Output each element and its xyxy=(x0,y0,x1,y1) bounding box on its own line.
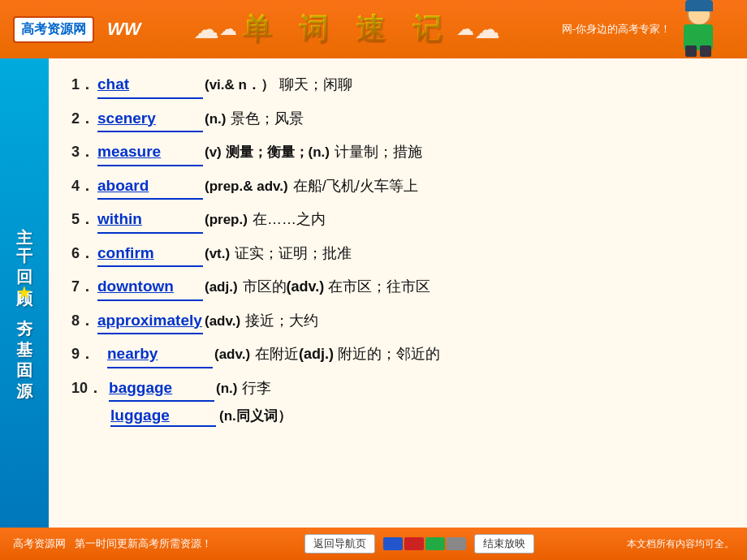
item-num-8: 8． xyxy=(71,310,97,332)
item-space-9 xyxy=(97,343,107,365)
item-pos-5: (prep.) xyxy=(205,209,248,230)
footer-right-text: 本文档所有内容均可全。 xyxy=(627,538,734,549)
item-num-1: 1． xyxy=(71,74,97,96)
item-cn-9: 在附近(adj.) 附近的；邻近的 xyxy=(255,343,440,365)
end-button[interactable]: 结束放映 xyxy=(474,534,534,554)
footer-logo-text: 高考资源网 xyxy=(13,537,66,549)
item-word-6: confirm xyxy=(97,242,203,268)
sub-word-luggage: luggage xyxy=(110,407,216,427)
color-seg-3 xyxy=(425,537,445,550)
logo: 高考资源网 xyxy=(13,16,94,43)
item-num-4: 4． xyxy=(71,175,97,197)
footer-right: 本文档所有内容均可全。 xyxy=(627,537,734,551)
vocab-item-10: 10． baggage (n.) 行李 xyxy=(71,377,728,403)
item-cn-4: 在船/飞机/火车等上 xyxy=(293,175,418,197)
vocab-item-2: 2． scenery (n.) 景色；风景 xyxy=(71,107,728,133)
item-space-10 xyxy=(102,377,109,399)
item-pos-2: (n.) xyxy=(205,109,226,130)
char-legs2 xyxy=(700,45,711,57)
sidebar-char5: 夯 xyxy=(15,307,33,308)
sidebar-star: ★ xyxy=(16,282,32,304)
item-word-5: within xyxy=(97,208,203,234)
color-seg-1 xyxy=(383,537,403,550)
item-num-5: 5． xyxy=(71,209,97,230)
item-pos-7: (adj.) xyxy=(205,277,238,298)
header-right-text: 网-你身边的高考专家！ xyxy=(562,22,671,37)
item-word-4: aboard xyxy=(97,174,203,200)
vocab-item-1: 1． chat (vi.& n．） 聊天；闲聊 xyxy=(71,73,728,99)
item-num-10: 10． xyxy=(71,377,102,399)
vocab-item-3: 3． measure (v) 测量；衡量；(n.) 计量制；措施 xyxy=(71,140,728,166)
item-word-10: baggage xyxy=(109,377,214,403)
cloud-left2-icon: ☁ xyxy=(219,19,237,40)
item-word-7: downtown xyxy=(97,275,203,301)
sidebar-char2: 干 xyxy=(15,235,33,237)
sidebar: 主 干 回 顾 ★ 夯 基 固 源 xyxy=(0,58,49,528)
item-num-2: 2． xyxy=(71,108,97,130)
item-pos-8: (adv.) xyxy=(205,311,240,332)
sidebar-char3: 回 xyxy=(15,256,33,258)
header: 高考资源网 WW ☁ ☁ 单 词 速 记 ☁ ☁ 网-你身边的高考专家！ xyxy=(0,0,747,58)
vocab-item-9: 9． nearby (adv.) 在附近(adj.) 附近的；邻近的 xyxy=(71,342,728,368)
item-word-3: measure xyxy=(97,140,203,166)
ww-logo: WW xyxy=(107,19,141,40)
vocab-item-5: 5． within (prep.) 在……之内 xyxy=(71,208,728,234)
sidebar-text2: 夯 基 固 源 xyxy=(13,307,36,372)
item-pos-6: (vt.) xyxy=(205,243,230,265)
sidebar-char8: 源 xyxy=(15,370,33,372)
char-legs xyxy=(685,45,697,57)
sidebar-char1: 主 xyxy=(15,214,33,216)
color-seg-4 xyxy=(447,537,466,550)
sidebar-char7: 固 xyxy=(15,349,33,351)
item-word-9: nearby xyxy=(107,342,213,368)
footer-left: 高考资源网 第一时间更新高考所需资源！ xyxy=(13,536,212,551)
color-seg-2 xyxy=(404,537,424,550)
footer-sub-text: 第一时间更新高考所需资源！ xyxy=(75,537,212,549)
vocab-item-7: 7． downtown (adj.) 市区的(adv.) 在市区；往市区 xyxy=(71,275,728,301)
item-cn-6: 证实；证明；批准 xyxy=(235,243,352,265)
sub-pos-luggage: (n.同义词） xyxy=(219,407,291,425)
item-num-3: 3． xyxy=(71,141,97,163)
item-cn-2: 景色；风景 xyxy=(231,108,304,130)
vocab-item-8: 8． approximately (adv.) 接近；大约 xyxy=(71,309,728,335)
nav-button[interactable]: 返回导航页 xyxy=(304,534,375,554)
item-cn-5: 在……之内 xyxy=(253,209,326,230)
sidebar-text: 主 干 回 顾 xyxy=(13,214,36,279)
item-pos-4: (prep.& adv.) xyxy=(205,176,288,197)
item-word-1: chat xyxy=(97,73,203,99)
sidebar-char6: 基 xyxy=(15,328,33,330)
item-cn-7: 市区的(adv.) 在市区；往市区 xyxy=(243,276,431,298)
footer: 高考资源网 第一时间更新高考所需资源！ 返回导航页 结束放映 本文档所有内容均可… xyxy=(0,528,747,560)
item-cn-3: 计量制；措施 xyxy=(335,141,422,163)
item-pos-10: (n.) xyxy=(216,378,237,399)
cloud-right2-icon: ☁ xyxy=(474,14,500,45)
header-title-area: ☁ ☁ 单 词 速 记 ☁ ☁ xyxy=(145,10,549,50)
item-num-7: 7． xyxy=(71,276,97,298)
footer-center: 返回导航页 结束放映 xyxy=(304,534,534,554)
sidebar-char4: 顾 xyxy=(15,278,33,279)
main-content: 1． chat (vi.& n．） 聊天；闲聊 2． scenery (n.) … xyxy=(49,58,747,528)
item-cn-1: 聊天；闲聊 xyxy=(279,74,352,96)
item-num-6: 6． xyxy=(71,243,97,265)
cloud-right-icon: ☁ xyxy=(456,19,474,40)
item-num-9: 9． xyxy=(71,343,97,365)
cloud-left-icon: ☁ xyxy=(193,14,219,45)
item-word-2: scenery xyxy=(97,107,203,133)
logo-text: 高考资源网 xyxy=(21,22,86,36)
vocab-item-4: 4． aboard (prep.& adv.) 在船/飞机/火车等上 xyxy=(71,174,728,200)
vocab-item-6: 6． confirm (vt.) 证实；证明；批准 xyxy=(71,242,728,268)
item-word-8: approximately xyxy=(97,309,203,335)
character-decoration xyxy=(677,2,734,57)
color-bar xyxy=(383,537,466,550)
item-pos-3: (v) 测量；衡量；(n.) xyxy=(205,142,330,163)
item-pos-9: (adv.) xyxy=(214,344,250,365)
item-pos-1: (vi.& n．） xyxy=(205,75,274,96)
vocab-list: 1． chat (vi.& n．） 聊天；闲聊 2． scenery (n.) … xyxy=(71,73,728,402)
page-title: 单 词 速 记 xyxy=(242,10,451,50)
vocab-sub-luggage: luggage (n.同义词） xyxy=(71,407,728,427)
item-cn-8: 接近；大约 xyxy=(245,310,318,332)
char-hat xyxy=(685,0,713,11)
item-cn-10: 行李 xyxy=(242,377,271,399)
